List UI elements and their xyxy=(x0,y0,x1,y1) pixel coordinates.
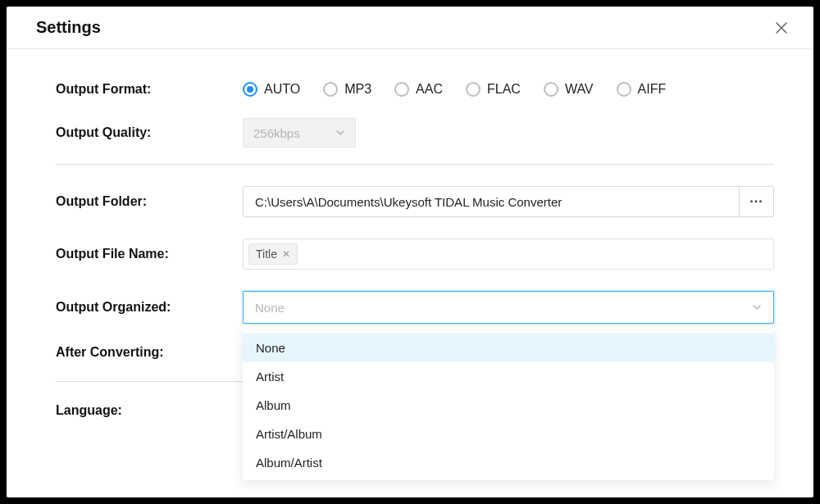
radio-icon xyxy=(323,82,338,97)
label-output-filename: Output File Name: xyxy=(56,247,243,261)
organized-option[interactable]: Album xyxy=(243,391,774,420)
organized-dropdown-menu: NoneArtistAlbumArtist/AlbumAlbum/Artist xyxy=(243,330,774,480)
format-radio-auto[interactable]: AUTO xyxy=(243,82,300,97)
radio-label: MP3 xyxy=(344,82,371,97)
label-output-quality: Output Quality: xyxy=(56,125,243,140)
ellipsis-icon: ··· xyxy=(749,194,763,209)
radio-icon xyxy=(394,82,409,97)
organized-option[interactable]: None xyxy=(243,334,774,362)
label-language: Language: xyxy=(56,403,243,418)
row-output-folder: Output Folder: ··· xyxy=(56,186,774,217)
radio-label: WAV xyxy=(565,82,594,97)
row-output-filename: Output File Name: Title✕ xyxy=(56,238,774,270)
chevron-down-icon xyxy=(752,301,762,315)
radio-icon xyxy=(617,82,631,97)
quality-select[interactable]: 256kbps xyxy=(243,118,356,148)
label-output-organized: Output Organized: xyxy=(56,300,243,315)
close-icon xyxy=(775,21,788,34)
row-output-quality: Output Quality: 256kbps xyxy=(56,118,774,148)
organized-option[interactable]: Artist xyxy=(243,362,774,391)
organized-dropdown: None NoneArtistAlbumArtist/AlbumAlbum/Ar… xyxy=(243,291,774,324)
settings-modal: Settings Output Format: AUTOMP3AACFLACWA… xyxy=(7,7,813,497)
radio-label: FLAC xyxy=(487,82,521,97)
format-radio-aac[interactable]: AAC xyxy=(394,82,443,97)
modal-header: Settings xyxy=(7,7,813,49)
modal-body: Output Format: AUTOMP3AACFLACWAVAIFF Out… xyxy=(7,49,813,418)
organized-placeholder: None xyxy=(255,301,285,315)
radio-label: AUTO xyxy=(264,82,300,97)
label-output-folder: Output Folder: xyxy=(56,194,243,209)
modal-title: Settings xyxy=(36,18,101,37)
organized-option[interactable]: Album/Artist xyxy=(243,448,774,477)
organized-option[interactable]: Artist/Album xyxy=(243,420,774,448)
tag-label: Title xyxy=(256,247,277,261)
radio-dot xyxy=(247,86,253,93)
radio-icon xyxy=(544,82,558,97)
quality-value: 256kbps xyxy=(253,126,300,140)
filename-tag[interactable]: Title✕ xyxy=(248,243,298,265)
format-radio-aiff[interactable]: AIFF xyxy=(617,82,667,97)
filename-tagbox[interactable]: Title✕ xyxy=(243,238,774,270)
divider xyxy=(56,164,774,165)
output-folder-input[interactable] xyxy=(244,187,739,216)
format-radio-group: AUTOMP3AACFLACWAVAIFF xyxy=(243,82,774,97)
label-after-converting: After Converting: xyxy=(56,345,243,360)
radio-label: AIFF xyxy=(638,82,667,97)
radio-icon xyxy=(243,82,257,97)
row-output-format: Output Format: AUTOMP3AACFLACWAVAIFF xyxy=(56,82,774,97)
chevron-down-icon xyxy=(335,126,345,140)
format-radio-wav[interactable]: WAV xyxy=(544,82,594,97)
row-output-organized: Output Organized: None NoneArtistAlbumAr… xyxy=(56,291,774,324)
browse-folder-button[interactable]: ··· xyxy=(739,187,773,216)
folder-input-group: ··· xyxy=(243,186,774,217)
radio-label: AAC xyxy=(416,82,443,97)
format-radio-flac[interactable]: FLAC xyxy=(466,82,521,97)
tag-remove-icon[interactable]: ✕ xyxy=(282,248,290,260)
radio-icon xyxy=(466,82,481,97)
close-button[interactable] xyxy=(772,19,790,37)
label-output-format: Output Format: xyxy=(56,82,243,97)
organized-select[interactable]: None xyxy=(243,291,774,324)
format-radio-mp3[interactable]: MP3 xyxy=(323,82,371,97)
